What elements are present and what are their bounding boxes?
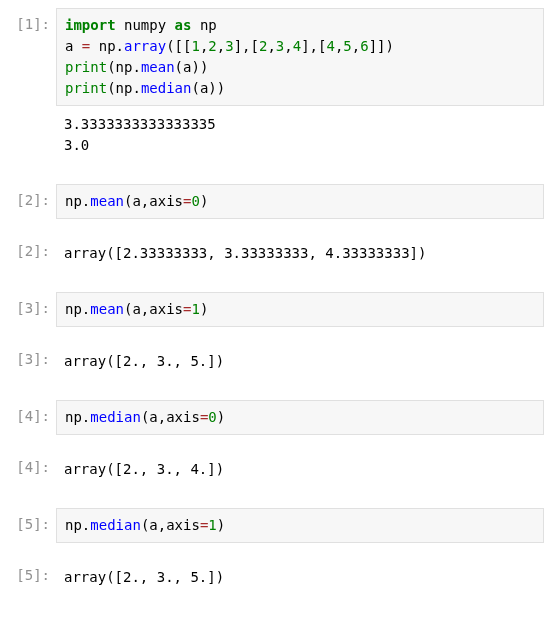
cell-gap	[8, 225, 544, 241]
notebook: [1]:import numpy as np a = np.array([[1,…	[8, 8, 544, 616]
cell-gap	[8, 549, 544, 565]
result-output-cell: [3]:array([2., 3., 5.])	[8, 349, 544, 378]
input-cell: [1]:import numpy as np a = np.array([[1,…	[8, 8, 544, 106]
result-output-cell: [5]:array([2., 3., 5.])	[8, 565, 544, 594]
result-output: array([2., 3., 4.])	[56, 457, 544, 486]
input-cell: [2]:np.mean(a,axis=0)	[8, 184, 544, 219]
input-prompt: [4]:	[8, 400, 56, 435]
code-input[interactable]: np.median(a,axis=1)	[56, 508, 544, 543]
input-prompt: [2]:	[8, 184, 56, 219]
input-prompt: [5]:	[8, 508, 56, 543]
code-input[interactable]: np.median(a,axis=0)	[56, 400, 544, 435]
code-input[interactable]: import numpy as np a = np.array([[1,2,3]…	[56, 8, 544, 106]
cell-gap	[8, 168, 544, 184]
input-cell: [5]:np.median(a,axis=1)	[8, 508, 544, 543]
output-prompt: [3]:	[8, 349, 56, 378]
result-output: array([2., 3., 5.])	[56, 349, 544, 378]
output-prompt-empty	[8, 112, 56, 162]
stream-output-cell: 3.3333333333333335 3.0	[8, 112, 544, 162]
stream-output: 3.3333333333333335 3.0	[56, 112, 544, 162]
output-prompt: [2]:	[8, 241, 56, 270]
cell-gap	[8, 276, 544, 292]
code-input[interactable]: np.mean(a,axis=0)	[56, 184, 544, 219]
cell-gap	[8, 333, 544, 349]
cell-gap	[8, 492, 544, 508]
input-cell: [4]:np.median(a,axis=0)	[8, 400, 544, 435]
result-output-cell: [4]:array([2., 3., 4.])	[8, 457, 544, 486]
output-prompt: [5]:	[8, 565, 56, 594]
input-prompt: [1]:	[8, 8, 56, 106]
result-output: array([2., 3., 5.])	[56, 565, 544, 594]
input-cell: [3]:np.mean(a,axis=1)	[8, 292, 544, 327]
cell-gap	[8, 441, 544, 457]
result-output-cell: [2]:array([2.33333333, 3.33333333, 4.333…	[8, 241, 544, 270]
result-output: array([2.33333333, 3.33333333, 4.3333333…	[56, 241, 544, 270]
code-input[interactable]: np.mean(a,axis=1)	[56, 292, 544, 327]
input-prompt: [3]:	[8, 292, 56, 327]
output-prompt: [4]:	[8, 457, 56, 486]
cell-gap	[8, 600, 544, 616]
cell-gap	[8, 384, 544, 400]
